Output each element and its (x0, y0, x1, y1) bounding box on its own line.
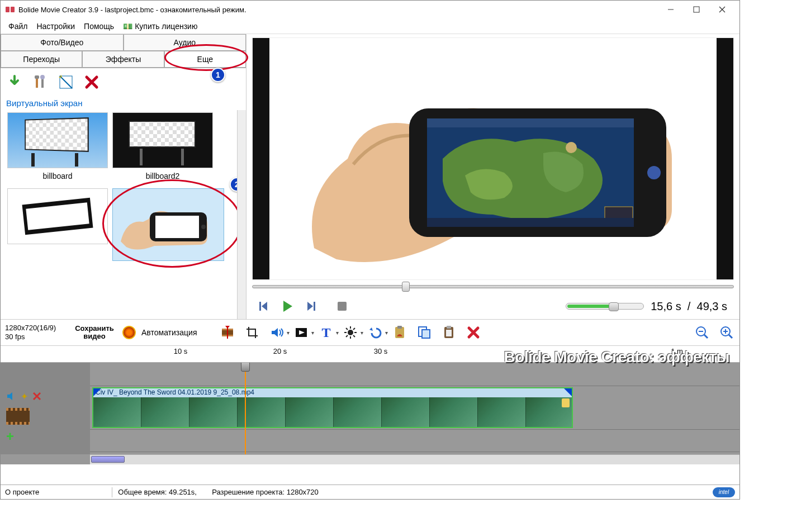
automation-button[interactable]: Автоматизация (141, 328, 197, 337)
media-scrollbar[interactable] (237, 110, 246, 319)
download-icon[interactable] (5, 73, 24, 92)
thumb-billboard2[interactable]: billboard2 (112, 112, 213, 184)
delete-icon[interactable] (82, 73, 101, 92)
menu-buy-license[interactable]: 💵 Купить лицензию (120, 21, 201, 32)
timeline-ruler[interactable]: 10 s 20 s 30 s 1 m (1, 346, 739, 363)
dropdown-icon: ▾ (361, 330, 363, 336)
step-back-button[interactable] (255, 298, 272, 315)
brightness-icon[interactable]: ▾ (342, 324, 359, 341)
menu-bar: Файл Настройки Помощь 💵 Купить лицензию (1, 18, 739, 34)
tab-photo-video[interactable]: Фото/Видео (1, 34, 124, 50)
tab-audio[interactable]: Аудио (124, 34, 246, 50)
project-toolbar: 1280x720(16/9) 30 fps Сохранить видео Ав… (1, 319, 739, 346)
crop-icon[interactable] (244, 324, 260, 341)
tab-transitions[interactable]: Переходы (1, 51, 82, 68)
svg-rect-63 (446, 330, 452, 336)
ruler-1m: 1 m (671, 347, 683, 355)
playback-controls: 15,6 s / 49,3 s (252, 293, 734, 319)
remove-icon[interactable] (465, 324, 482, 341)
scrub-track[interactable] (252, 285, 734, 288)
save-video-label-1: Сохранить (72, 325, 117, 332)
tools-icon[interactable] (31, 73, 50, 92)
stop-button[interactable] (334, 298, 350, 315)
tab-effects[interactable]: Эффекты (82, 51, 164, 68)
ruler-30s: 30 s (374, 347, 388, 355)
svg-rect-39 (427, 218, 634, 227)
svg-rect-18 (63, 201, 68, 205)
svg-rect-1 (11, 7, 15, 12)
split-icon[interactable] (219, 324, 236, 341)
step-forward-button[interactable] (302, 298, 319, 315)
money-icon: 💵 (123, 22, 132, 31)
clip-handle-right[interactable] (564, 388, 572, 396)
tab-more[interactable]: Еще (164, 51, 246, 68)
svg-rect-58 (397, 326, 402, 329)
clipboard-game-icon[interactable] (391, 324, 408, 341)
thumb-billboard[interactable]: billboard (7, 112, 108, 184)
category-label: Виртуальный экран (1, 96, 246, 110)
video-track-thumb (1, 406, 90, 426)
add-track-icon[interactable]: + (6, 429, 14, 444)
clip-handle-left[interactable] (93, 388, 101, 396)
mute-icon[interactable] (6, 391, 16, 401)
play-button[interactable] (279, 298, 296, 315)
timeline-scroll-thumb[interactable] (91, 456, 125, 463)
track-body[interactable]: Civ IV_ Beyond The Sword 04.01.2019 9_25… (90, 363, 739, 454)
time-current: 15,6 s (651, 300, 681, 312)
save-video-button[interactable]: Сохранить видео (72, 325, 117, 341)
svg-rect-3 (694, 7, 699, 12)
menu-help[interactable]: Помощь (80, 21, 117, 32)
scrub-thumb[interactable] (402, 282, 410, 292)
add-track-row: + (1, 426, 90, 446)
video-clip[interactable]: Civ IV_ Beyond The Sword 04.01.2019 9_25… (92, 387, 573, 428)
window-title: Bolide Movie Creator 3.9 - lastproject.b… (18, 6, 658, 14)
thumbs-area: billboard billboard2 (1, 110, 246, 319)
undo-icon[interactable]: ▾ (367, 324, 383, 341)
svg-rect-14 (32, 205, 37, 208)
letterbox-right (717, 38, 733, 279)
clip-marker-icon (562, 398, 570, 407)
thumb-phone-hand[interactable]: 2 (112, 188, 213, 261)
fx-track-icon[interactable]: ✦ (21, 391, 28, 402)
time-total: 49,3 s (697, 300, 727, 312)
new-item-icon[interactable] (56, 73, 75, 92)
ruler-10s: 10 s (174, 347, 188, 355)
svg-rect-27 (74, 225, 78, 229)
paste-icon[interactable] (440, 324, 457, 341)
status-total-time: Общее время: 49.251s, (118, 488, 197, 496)
tracks: ✦ + Civ IV_ Beyond The Sword 04.01.2019 … (1, 363, 739, 454)
preview-canvas (252, 37, 734, 280)
copy-icon[interactable] (416, 324, 433, 341)
svg-line-54 (353, 335, 355, 337)
delete-track-icon[interactable] (32, 392, 41, 401)
maximize-button[interactable] (684, 1, 709, 18)
app-icon (5, 6, 15, 13)
time-display: 15,6 s / 49,3 s (651, 300, 731, 313)
zoom-out-icon[interactable] (694, 324, 710, 341)
volume-thumb[interactable] (609, 302, 619, 311)
zoom-in-icon[interactable] (718, 324, 735, 341)
playhead[interactable] (245, 363, 246, 454)
playhead-grip[interactable] (241, 363, 250, 372)
close-button[interactable] (709, 1, 735, 18)
thumb-filmstrip[interactable] (7, 188, 108, 261)
svg-line-53 (346, 328, 348, 330)
video-track[interactable]: Civ IV_ Beyond The Sword 04.01.2019 9_25… (90, 386, 739, 430)
svg-rect-36 (427, 118, 634, 127)
timeline-scrollbar[interactable] (90, 454, 739, 464)
record-icon[interactable] (122, 326, 136, 339)
video-fx-icon[interactable]: ▾ (293, 324, 310, 341)
minimize-button[interactable] (658, 1, 684, 18)
menu-settings[interactable]: Настройки (33, 21, 78, 32)
svg-line-55 (346, 335, 348, 337)
menu-file[interactable]: Файл (5, 21, 31, 32)
volume-icon[interactable]: ▾ (268, 324, 285, 341)
svg-rect-62 (447, 326, 451, 329)
svg-rect-30 (155, 216, 199, 238)
status-about[interactable]: О проекте (5, 488, 39, 496)
volume-fill (567, 305, 610, 308)
text-icon[interactable]: T▾ (317, 324, 334, 341)
scrub-row (252, 280, 734, 293)
volume-slider[interactable] (566, 303, 644, 310)
thumb-billboard2-label: billboard2 (112, 168, 213, 184)
